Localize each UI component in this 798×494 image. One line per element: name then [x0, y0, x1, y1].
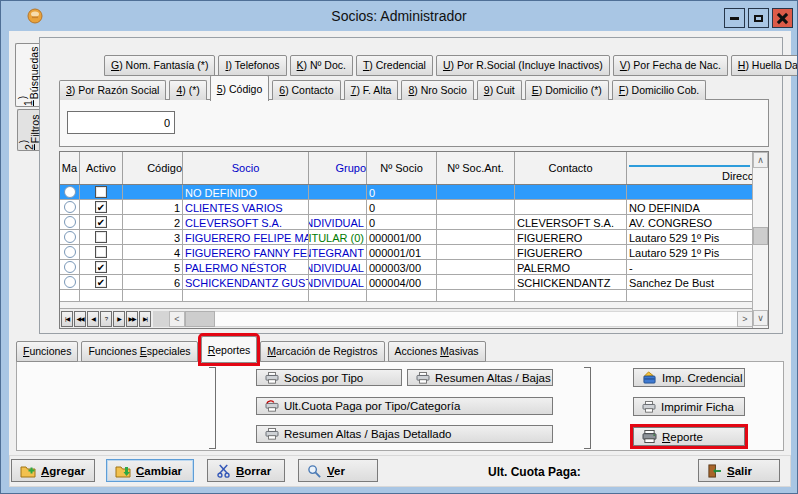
activo-checkbox[interactable]	[95, 231, 107, 243]
search-tab-T[interactable]: T) Credencial	[356, 55, 433, 76]
column-header-1[interactable]: Activo	[80, 152, 123, 184]
resumen-altas-bajas-detallado-button[interactable]: Resumen Altas / Bajas Detallado	[256, 425, 553, 443]
table-row[interactable]: ✔5PALERMO NÉSTORINDIVIDUAL000003/00PALER…	[60, 260, 752, 275]
activo-checkbox[interactable]: ✔	[95, 276, 107, 288]
cell-direccion: Sanchez De Bust	[627, 275, 752, 289]
search-tab-E[interactable]: E) Domicilio (*)	[525, 80, 609, 100]
table-row[interactable]: 3FIGUERERO FELIPE MANUETITULAR (0)000001…	[60, 230, 752, 245]
codigo-search-input[interactable]	[67, 111, 175, 134]
nav-prev-page-button[interactable]: ◀◀	[74, 311, 86, 327]
titlebar[interactable]: Socios: Administrador	[1, 1, 797, 31]
cambiar-button[interactable]: Cambiar	[106, 459, 194, 482]
hscroll-thumb[interactable]	[185, 311, 215, 327]
search-tab-H[interactable]: H) Huella Dactilar	[731, 55, 798, 76]
search-tab-I[interactable]: I) Telefonos	[218, 55, 286, 76]
search-tab-8[interactable]: 8) Nro Socio	[401, 80, 473, 100]
cell-codigo: 2	[123, 215, 183, 229]
column-header-0[interactable]: Ma	[60, 152, 80, 184]
bottom-tab-reportes[interactable]: Reportes	[201, 336, 258, 363]
cell-socio: SCHICKENDANTZ GUSTAV	[183, 275, 309, 289]
row-radio[interactable]	[64, 276, 76, 288]
table-row[interactable]: 4FIGUERERO FANNY FERRAINTEGRANT000001/01…	[60, 245, 752, 260]
vscroll-thumb[interactable]	[753, 227, 768, 245]
bottom-tab-funciones-especiales[interactable]: Funciones Especiales	[81, 341, 197, 362]
nav-last-button[interactable]: ▶|	[139, 311, 151, 327]
borrar-button[interactable]: Borrar	[207, 459, 285, 482]
row-radio[interactable]	[64, 246, 76, 258]
search-tab-G[interactable]: G) Nom. Fantasía (*)	[104, 55, 215, 76]
button-label: Socios por Tipo	[284, 372, 363, 384]
nav-locate-button[interactable]: ?	[100, 311, 112, 327]
activo-checkbox[interactable]	[95, 186, 107, 198]
table-row[interactable]: ✔2CLEVERSOFT S.A.INDIVIDUAL0CLEVERSOFT S…	[60, 215, 752, 230]
table-row[interactable]: ✔1CLIENTES VARIOS0NO DEFINIDA	[60, 200, 752, 215]
column-header-8[interactable]: Dirección	[627, 152, 752, 184]
minimize-button[interactable]	[724, 8, 745, 28]
cell-nro-soc-ant	[437, 245, 515, 259]
activo-checkbox[interactable]: ✔	[95, 201, 107, 213]
bottom-tab-funciones[interactable]: Funciones	[16, 341, 78, 362]
search-tab-9[interactable]: 9) Cuit	[477, 80, 522, 100]
button-label: Salir	[727, 465, 752, 477]
search-tab-F[interactable]: F) Domicilio Cob.	[612, 80, 707, 100]
socios-por-tipo-button[interactable]: Socios por Tipo	[256, 369, 402, 386]
search-tabs-row2: 3) Por Razón Social4) (*)5) Código6) Con…	[59, 75, 706, 100]
nav-prev-button[interactable]: ◀	[87, 311, 99, 327]
column-header-7[interactable]: Contacto	[515, 152, 627, 184]
table-row[interactable]: NO DEFINIDO0	[60, 185, 752, 200]
ult-cuota-paga-tipo-categoria-button[interactable]: Ult.Cuota Paga por Tipo/Categoría	[256, 397, 553, 415]
search-tab-3[interactable]: 3) Por Razón Social	[59, 80, 166, 100]
group-separator-left	[209, 367, 216, 449]
search-tab-U[interactable]: U) Por R.Social (Incluye Inactivos)	[436, 55, 610, 76]
side-tab-1[interactable]: 1) Búsquedas	[15, 43, 39, 107]
activo-checkbox[interactable]	[95, 246, 107, 258]
row-radio[interactable]	[64, 216, 76, 228]
search-tab-6[interactable]: 6) Contacto	[272, 80, 340, 100]
column-header-4[interactable]: Grupo	[309, 152, 367, 184]
button-label: Ver	[327, 465, 345, 477]
nav-next-page-button[interactable]: ▶▶	[126, 311, 138, 327]
hscroll-track[interactable]	[215, 311, 737, 327]
search-tab-K[interactable]: K) Nº Doc.	[290, 55, 353, 76]
bottom-tab-marcaci-n-de-registros[interactable]: Marcación de Registros	[260, 341, 384, 362]
imp-credencial-button[interactable]: Imp. Credencial	[633, 368, 745, 387]
vscroll-down-button[interactable]: ∨	[753, 310, 768, 326]
row-radio[interactable]	[64, 186, 76, 198]
nav-first-button[interactable]: |◀	[61, 311, 73, 327]
ver-button[interactable]: Ver	[298, 459, 378, 482]
table-row[interactable]: ✔6SCHICKENDANTZ GUSTAVINDIVIDUAL000004/0…	[60, 275, 752, 290]
reporte-button[interactable]: Reporte	[633, 427, 745, 446]
cell-nro-socio: 000003/00	[367, 260, 437, 274]
resumen-altas-bajas-button[interactable]: Resumen Altas / Bajas	[407, 369, 553, 386]
column-header-5[interactable]: Nº Socio	[367, 152, 437, 184]
cell-codigo: 6	[123, 275, 183, 289]
row-radio[interactable]	[64, 231, 76, 243]
search-tab-V[interactable]: V) Por Fecha de Nac.	[613, 55, 728, 76]
agregar-button[interactable]: Agregar	[11, 459, 95, 482]
salir-button[interactable]: Salir	[698, 459, 780, 482]
maximize-button[interactable]	[748, 8, 769, 28]
imprimir-ficha-button[interactable]: Imprimir Ficha	[633, 397, 745, 416]
button-label: Reporte	[662, 431, 703, 443]
search-tab-4[interactable]: 4) (*)	[169, 80, 206, 100]
bottom-tab-acciones-masivas[interactable]: Acciones Masivas	[388, 341, 486, 362]
search-tab-5[interactable]: 5) Código	[210, 75, 270, 101]
cell-codigo: 1	[123, 200, 183, 214]
column-header-6[interactable]: Nº Soc.Ant.	[437, 152, 515, 184]
hscroll-right-button[interactable]: >	[737, 311, 753, 327]
row-radio[interactable]	[64, 201, 76, 213]
cell-contacto: FIGUERERO	[515, 230, 627, 244]
row-radio[interactable]	[64, 261, 76, 273]
side-tab-2[interactable]: 2) Filtros	[17, 109, 39, 151]
vscroll-up-button[interactable]: ∧	[753, 152, 768, 168]
column-header-3[interactable]: Socio	[183, 152, 309, 184]
search-tab-7[interactable]: 7) F. Alta	[344, 80, 399, 100]
grid-vscrollbar[interactable]: ∧ ∨	[752, 152, 768, 328]
nav-next-button[interactable]: ▶	[113, 311, 125, 327]
activo-checkbox[interactable]: ✔	[95, 261, 107, 273]
close-button[interactable]	[772, 8, 793, 28]
column-header-2[interactable]: Código	[123, 152, 183, 184]
hscroll-left-button[interactable]: <	[169, 311, 185, 327]
activo-checkbox[interactable]: ✔	[95, 216, 107, 228]
vcr-buttons: |◀◀◀◀?▶▶▶▶|	[60, 311, 151, 327]
